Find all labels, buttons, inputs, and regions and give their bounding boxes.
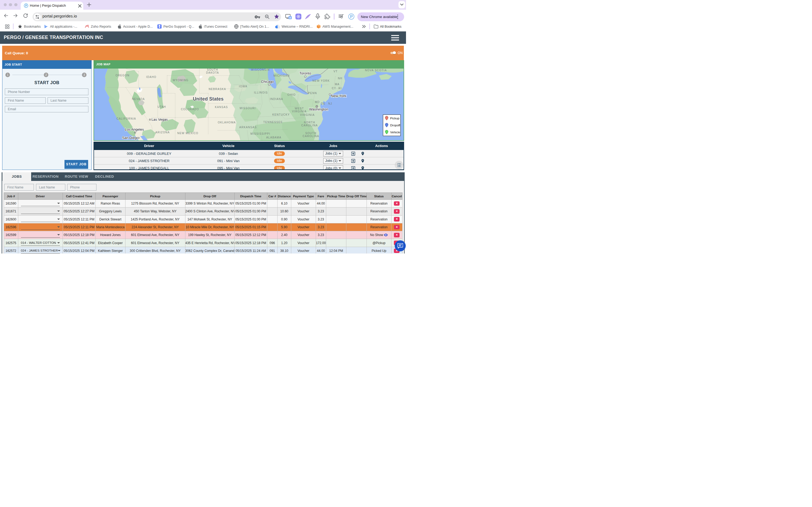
svg-text:INDIANA: INDIANA xyxy=(270,98,283,101)
svg-text:CAROLINA: CAROLINA xyxy=(303,135,319,137)
svg-text:New York: New York xyxy=(331,94,346,98)
svg-text:Las Vegas: Las Vegas xyxy=(151,117,168,121)
svg-text:Chicago: Chicago xyxy=(261,79,274,83)
svg-text:United States: United States xyxy=(193,96,224,102)
svg-text:DE: DE xyxy=(321,102,326,105)
svg-text:WYOMING: WYOMING xyxy=(173,79,188,82)
svg-text:MD: MD xyxy=(315,101,320,104)
svg-text:ILLINOIS: ILLINOIS xyxy=(254,91,268,94)
svg-text:Vehicle: Vehicle xyxy=(390,131,400,134)
svg-text:UTAH: UTAH xyxy=(158,105,166,108)
svg-text:NOVA SCOTIA: NOVA SCOTIA xyxy=(365,69,387,72)
svg-text:CALIFORNIA: CALIFORNIA xyxy=(116,117,136,120)
svg-text:NJ: NJ xyxy=(328,102,332,105)
svg-text:NEBRASKA: NEBRASKA xyxy=(209,88,226,91)
svg-text:MICHIGAN: MICHIGAN xyxy=(273,74,290,77)
svg-text:NEW YORK: NEW YORK xyxy=(312,79,330,82)
svg-text:ARKANSAS: ARKANSAS xyxy=(239,126,257,129)
svg-text:Toronto: Toronto xyxy=(299,71,311,75)
svg-text:Washington: Washington xyxy=(309,107,328,111)
svg-text:MA: MA xyxy=(335,83,339,86)
svg-text:Dropoff: Dropoff xyxy=(390,124,400,127)
svg-text:OKLAHOMA: OKLAHOMA xyxy=(217,121,236,124)
svg-text:NEVADA: NEVADA xyxy=(132,98,145,101)
svg-text:MISSOURI: MISSOURI xyxy=(240,107,256,110)
svg-text:San Diego: San Diego xyxy=(122,136,139,140)
svg-text:Pickup: Pickup xyxy=(390,117,399,120)
svg-text:VIRGINIA: VIRGINIA xyxy=(292,110,307,113)
svg-text:SOUTH: SOUTH xyxy=(305,132,317,135)
svg-text:SOUTH: SOUTH xyxy=(207,68,218,71)
svg-text:COLORADO: COLORADO xyxy=(181,108,199,111)
svg-text:PENN: PENN xyxy=(308,92,317,95)
svg-text:CAROLINA: CAROLINA xyxy=(301,124,318,127)
svg-text:NH: NH xyxy=(338,77,342,80)
svg-text:NORTH: NORTH xyxy=(304,121,315,124)
svg-text:ARIZONA: ARIZONA xyxy=(155,131,170,134)
svg-text:KANSAS: KANSAS xyxy=(215,106,228,109)
svg-text:KENTUCKY: KENTUCKY xyxy=(272,113,290,116)
svg-text:IDAHO: IDAHO xyxy=(146,75,157,78)
svg-text:DAKOTA: DAKOTA xyxy=(206,71,219,74)
svg-text:IOWA: IOWA xyxy=(239,85,247,88)
svg-text:RI: RI xyxy=(338,87,342,90)
svg-text:CT: CT xyxy=(332,87,336,90)
svg-text:TENNESSEE: TENNESSEE xyxy=(263,121,283,124)
svg-text:MISSISSIPPI: MISSISSIPPI xyxy=(250,132,270,135)
svg-text:OREGON: OREGON xyxy=(116,74,129,77)
svg-text:ALABAMA: ALABAMA xyxy=(266,136,281,139)
svg-text:WISCONSIN: WISCONSIN xyxy=(251,68,269,71)
svg-text:NEW MEXICO: NEW MEXICO xyxy=(177,132,199,135)
svg-text:Los Angeles: Los Angeles xyxy=(125,127,144,131)
svg-text:WEST: WEST xyxy=(295,107,304,110)
svg-text:OHIO: OHIO xyxy=(288,93,296,96)
svg-text:VT: VT xyxy=(333,70,337,73)
svg-text:VIRGINIA: VIRGINIA xyxy=(300,113,315,116)
